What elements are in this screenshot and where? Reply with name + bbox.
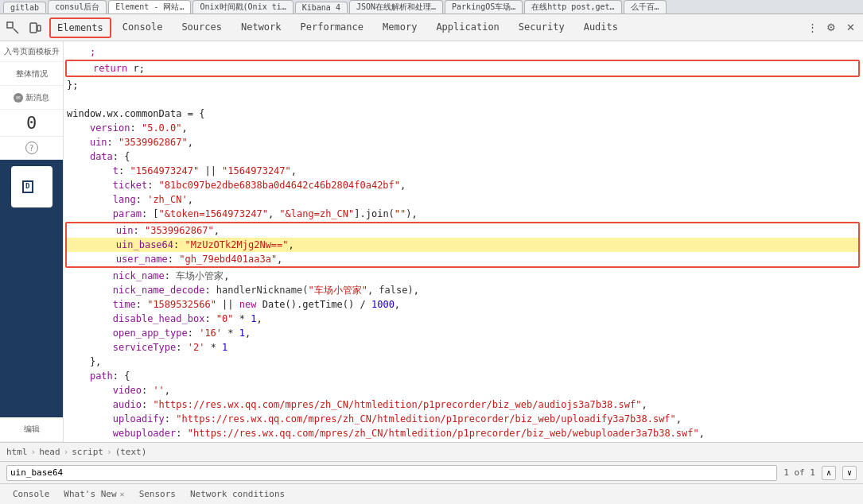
code-line: path: { [64,369,863,383]
tab-consul[interactable]: consul后台 [48,0,107,14]
code-line: lang: 'zh_CN', [64,192,863,207]
code-line: data: { [64,149,863,164]
tab-audits[interactable]: Audits [574,14,628,41]
main-area: 入号页面模板升 整体情况 ✉ 新消息 0 ? D 编辑 [0,41,863,442]
sidebar-item-messages[interactable]: ✉ 新消息 [0,86,63,110]
bottom-bar: html › head › script › (text) [0,442,863,461]
devtools-tabs: Elements Console Sources Network Perform… [48,14,803,41]
zero-counter: 0 [0,110,63,137]
browser-tabs: gitlab consul后台 Element - 网站… Onix时间戳(On… [0,0,863,14]
code-line: param: ["&token=1564973247", "&lang=zh_C… [64,207,863,221]
settings-button[interactable]: ⚙ [822,18,841,37]
svg-line-1 [14,29,18,33]
devtools-toolbar: Elements Console Sources Network Perform… [0,14,863,41]
code-line: version: "5.0.0", [64,121,863,135]
tab-json[interactable]: JSON在线解析和处理… [349,0,443,14]
breadcrumb-head[interactable]: head [39,447,60,457]
close-whats-new-icon[interactable]: ✕ [120,490,125,498]
code-line-return: return r; [67,61,858,76]
tab-gitlab[interactable]: gitlab [3,2,46,13]
inspect-element-button[interactable] [3,18,22,37]
sidebar-item-page-template[interactable]: 入号页面模板升 [0,41,63,62]
tab-http[interactable]: 在线http post,get… [524,0,621,14]
code-area[interactable]: ; return r; }; window.wx.commonData = { [64,41,863,442]
search-count: 1 of 1 [783,467,815,478]
code-line: uploadify: "https://res.wx.qq.com/mpres/… [64,412,863,426]
console-tabs-bar: Console What's New ✕ Sensors Network con… [0,483,863,504]
tab-element[interactable]: Element - 网站… [108,0,191,14]
code-line: }; [64,78,863,92]
svg-rect-2 [30,23,37,33]
sidebar-item-edit[interactable]: 编辑 [0,417,63,442]
tab-sources[interactable]: Sources [172,14,231,41]
console-tab-whats-new[interactable]: What's New ✕ [57,487,130,501]
logo-box: D [11,166,52,207]
code-line: open_app_type: '16' * 1, [64,326,863,340]
tab-console[interactable]: Console [113,14,173,41]
code-line: audio: "https://res.wx.qq.com/mpres/zh_C… [64,397,863,412]
code-line: ; [64,45,863,59]
code-content: ; return r; }; window.wx.commonData = { [64,41,863,442]
left-sidebar: 入号页面模板升 整体情况 ✉ 新消息 0 ? D 编辑 [0,41,64,442]
breadcrumb-script[interactable]: script [72,447,103,457]
code-line: zoom: "https://res.wx.qq.com/mpres/zh_CN… [64,440,863,442]
message-icon: ✉ [14,93,23,103]
tab-parking[interactable]: ParkingOS车场… [445,0,523,14]
code-line: video: '', [64,383,863,397]
tab-memory[interactable]: Memory [373,14,426,41]
code-line-user-name: user_name: "gh_79ebd401aa3a", [67,252,858,266]
console-tab-sensors[interactable]: Sensors [133,487,182,501]
tab-elements[interactable]: Elements [49,17,111,38]
tab-performance[interactable]: Performance [291,14,373,41]
code-line: t: "1564973247" || "1564973247", [64,164,863,178]
code-line: }, [64,355,863,369]
search-input[interactable] [6,465,777,481]
code-line: time: "1589532566" || new Date().getTime… [64,297,863,312]
breadcrumb-text[interactable]: (text) [115,447,147,457]
search-bar: 1 of 1 ∧ ∨ [0,461,863,483]
more-tabs-button[interactable]: ⋮ [803,18,822,37]
tab-misc[interactable]: 么千百… [624,0,667,14]
svg-rect-3 [37,25,41,31]
search-prev-button[interactable]: ∧ [822,466,836,480]
code-line: nick_name_decode: handlerNickname("车场小管家… [64,283,863,297]
tab-application[interactable]: Application [426,14,508,41]
highlighted-credentials-section: uin: "3539962867", uin_base64: "MzUzOTk2… [65,222,860,268]
toolbar-icons [3,18,45,37]
code-line: nick_name: 车场小管家, [64,269,863,283]
tab-kibana[interactable]: Kibana 4 [295,2,348,13]
search-next-button[interactable]: ∨ [842,466,857,480]
code-line: serviceType: '2' * 1 [64,340,863,355]
code-line: window.wx.commonData = { [64,107,863,121]
help-icon[interactable]: ? [25,142,38,154]
sidebar-logo-area: D [0,160,63,417]
tab-security[interactable]: Security [509,14,574,41]
code-line: uin: "3539962867", [64,135,863,149]
svg-rect-0 [7,22,13,28]
console-tab-console[interactable]: Console [6,487,56,501]
tab-onix[interactable]: Onix时间戳(Onix ti… [192,0,293,14]
sidebar-item-overview[interactable]: 整体情况 [0,62,63,86]
breadcrumb: html › head › script › (text) [6,447,857,457]
tab-network[interactable]: Network [231,14,291,41]
breadcrumb-html[interactable]: html [6,447,28,457]
sidebar-help[interactable]: ? [0,137,63,160]
code-line: webuploader: "https://res.wx.qq.com/mpre… [64,426,863,440]
return-r-section: return r; [65,60,860,77]
code-line [64,92,863,107]
code-line: disable_head_box: "0" * 1, [64,312,863,326]
svg-text:D: D [25,182,30,190]
device-toggle-button[interactable] [25,18,45,37]
console-tab-network-conditions[interactable]: Network conditions [184,487,291,501]
code-line-uin-base64: uin_base64: "MzUzOTk2Mjg2Nw==", [67,238,858,252]
code-line-uin: uin: "3539962867", [67,223,858,238]
close-devtools-button[interactable]: ✕ [841,18,860,37]
code-line: ticket: "81bc097be2dbe6838ba0d4642c46b28… [64,178,863,192]
